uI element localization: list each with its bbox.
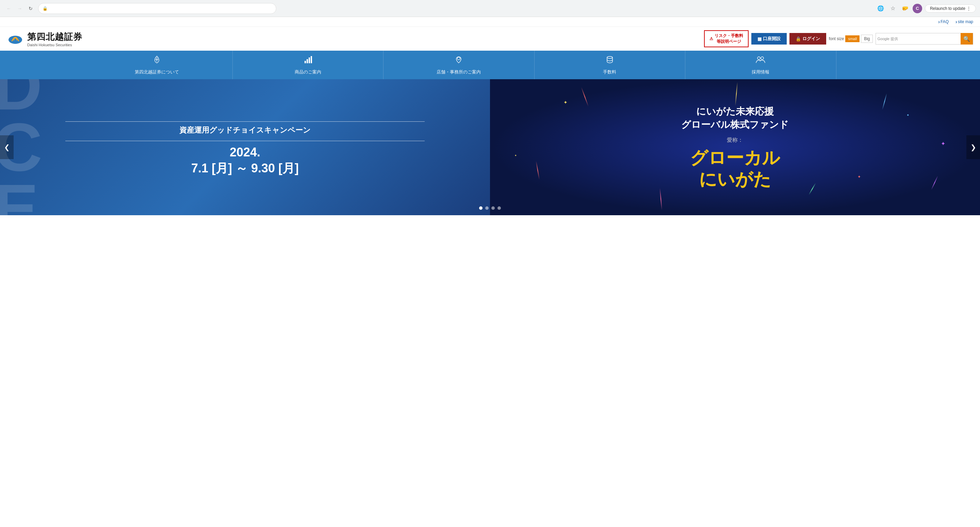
svg-rect-3 — [309, 57, 310, 63]
nav-spacer-right — [837, 51, 980, 79]
nav-label-products: 商品のご案内 — [295, 69, 321, 75]
url-input[interactable]: dh-sec.co.jp — [50, 6, 272, 11]
account-icon: ▦ — [757, 37, 762, 41]
slide-name-line2: にいがた — [699, 169, 771, 189]
svg-rect-2 — [307, 59, 308, 63]
recruit-icon — [755, 55, 766, 66]
slider-dots — [479, 206, 501, 210]
fees-icon — [605, 55, 614, 66]
translate-icon[interactable]: 🌐 — [876, 4, 885, 13]
account-label: 口座開設 — [763, 36, 781, 42]
slide-divider — [65, 121, 425, 122]
slide-right-content: にいがた未来応援 グローバル株式ファンド 愛称： グローカル にいがた — [681, 105, 789, 190]
nav-item-products[interactable]: 商品のご案内 — [233, 51, 384, 79]
logo-icon — [7, 30, 24, 47]
logo-romaji: Daishi Hokuetsu Securities — [27, 43, 82, 47]
svg-point-8 — [761, 57, 764, 59]
sitemap-link[interactable]: site map — [956, 19, 973, 24]
nav-item-recruit[interactable]: 採用情報 — [685, 51, 837, 79]
lock-btn-icon: 🔒 — [795, 37, 801, 41]
nav-item-about[interactable]: 第四北越証券について — [82, 51, 233, 79]
slider-next-button[interactable]: ❯ — [966, 135, 980, 159]
main-nav: 第四北越証券について 商品のご案内 店舗・事務所のご案内 — [0, 51, 980, 79]
slider-dot-4[interactable] — [498, 206, 501, 210]
page-content: FAQ site map 第四北越証券 Daishi Hokuetsu Secu… — [0, 17, 980, 249]
google-label: Google 提供 — [876, 37, 899, 41]
faq-link[interactable]: FAQ — [938, 19, 949, 24]
search-button[interactable]: 🔍 — [961, 33, 973, 44]
relaunch-more-icon: ⋮ — [967, 6, 971, 11]
font-size-control: font size small Big — [829, 35, 873, 43]
below-hero — [0, 215, 980, 249]
search-form: Google 提供 🔍 — [875, 33, 973, 44]
relaunch-label: Relaunch to update — [930, 6, 966, 11]
slide-right-name: グローカル にいがた — [681, 147, 789, 190]
warning-icon: ⚠ — [710, 37, 713, 41]
slide-left: DCE 資産運用グッドチョイスキャンペーン 2024. 7.1 [月] ～ 9.… — [0, 79, 490, 215]
nav-label-stores: 店舗・事務所のご案内 — [437, 69, 481, 75]
slide-title: 資産運用グッドチョイスキャンペーン — [21, 125, 469, 135]
profile-avatar[interactable]: C — [913, 4, 922, 13]
forward-button[interactable]: → — [15, 4, 24, 13]
account-open-button[interactable]: ▦ 口座開設 — [751, 33, 787, 44]
nav-item-stores[interactable]: 店舗・事務所のご案内 — [383, 51, 535, 79]
browser-toolbar-icons: 🌐 ☆ 🤛 C Relaunch to update ⋮ — [876, 4, 976, 13]
utility-bar: FAQ site map — [0, 17, 980, 27]
logo-text: 第四北越証券 Daishi Hokuetsu Securities — [27, 31, 82, 47]
svg-point-6 — [607, 56, 612, 59]
nav-label-fees: 手数料 — [603, 69, 616, 75]
nav-spacer-left — [0, 51, 82, 79]
lock-icon: 🔒 — [43, 6, 48, 11]
logo-kanji: 第四北越証券 — [27, 31, 82, 43]
nav-label-about: 第四北越証券について — [135, 69, 179, 75]
slider-dot-1[interactable] — [479, 206, 482, 210]
back-button[interactable]: ← — [4, 4, 14, 13]
font-small-button[interactable]: small — [845, 35, 859, 42]
logo-area: 第四北越証券 Daishi Hokuetsu Securities — [7, 30, 82, 47]
svg-point-7 — [757, 57, 760, 59]
browser-nav-buttons: ← → ↻ — [4, 4, 35, 13]
login-button[interactable]: 🔒 ログイン — [789, 33, 826, 44]
about-icon — [152, 55, 162, 66]
risk-button[interactable]: ⚠ リスク・手数料 等説明ページ — [704, 30, 749, 47]
svg-rect-1 — [305, 61, 306, 63]
site-header: 第四北越証券 Daishi Hokuetsu Securities ⚠ リスク・… — [0, 27, 980, 51]
search-input[interactable] — [899, 37, 961, 41]
browser-chrome: ← → ↻ 🔒 dh-sec.co.jp 🌐 ☆ 🤛 C Relaunch to… — [0, 0, 980, 17]
slide-right-title: にいがた未来応援 グローバル株式ファンド — [681, 105, 789, 131]
stores-icon — [454, 55, 463, 66]
extensions-icon[interactable]: 🤛 — [900, 4, 910, 13]
svg-rect-4 — [311, 56, 312, 63]
login-label: ログイン — [802, 36, 820, 42]
slide-name-line1: グローカル — [690, 148, 780, 168]
slide-divider-2 — [65, 141, 425, 141]
slider-dot-2[interactable] — [485, 206, 488, 210]
font-big-button[interactable]: Big — [861, 35, 873, 43]
slide-container: DCE 資産運用グッドチョイスキャンペーン 2024. 7.1 [月] ～ 9.… — [0, 79, 980, 215]
svg-point-5 — [457, 57, 460, 60]
slider-prev-button[interactable]: ❮ — [0, 135, 14, 159]
hero-slider: DCE 資産運用グッドチョイスキャンペーン 2024. 7.1 [月] ～ 9.… — [0, 79, 980, 215]
products-icon — [303, 55, 313, 66]
bookmark-icon[interactable]: ☆ — [888, 4, 898, 13]
relaunch-button[interactable]: Relaunch to update ⋮ — [925, 5, 976, 13]
slide-date: 2024. 7.1 [月] ～ 9.30 [月] — [21, 144, 469, 176]
address-bar: 🔒 dh-sec.co.jp — [38, 3, 276, 14]
search-icon: 🔍 — [963, 36, 970, 42]
header-buttons: ⚠ リスク・手数料 等説明ページ ▦ 口座開設 🔒 ログイン font size… — [704, 30, 973, 47]
nav-label-recruit: 採用情報 — [752, 69, 769, 75]
slider-dot-3[interactable] — [492, 206, 495, 210]
slide-right: ✦ ✦ ✦ ✦ ✦ にいがた未来応援 グローバル株式ファンド 愛称： グローカ — [490, 79, 980, 215]
slide-right-subtitle: 愛称： — [681, 137, 789, 144]
slide-content: 資産運用グッドチョイスキャンペーン 2024. 7.1 [月] ～ 9.30 [… — [21, 118, 469, 176]
slide-right-title-line1: にいがた未来応援 — [696, 106, 774, 117]
nav-item-fees[interactable]: 手数料 — [535, 51, 686, 79]
risk-label: リスク・手数料 等説明ページ — [714, 33, 743, 44]
reload-button[interactable]: ↻ — [26, 4, 35, 13]
slide-right-title-line2: グローバル株式ファンド — [681, 119, 789, 130]
font-size-label: font size — [829, 37, 844, 41]
